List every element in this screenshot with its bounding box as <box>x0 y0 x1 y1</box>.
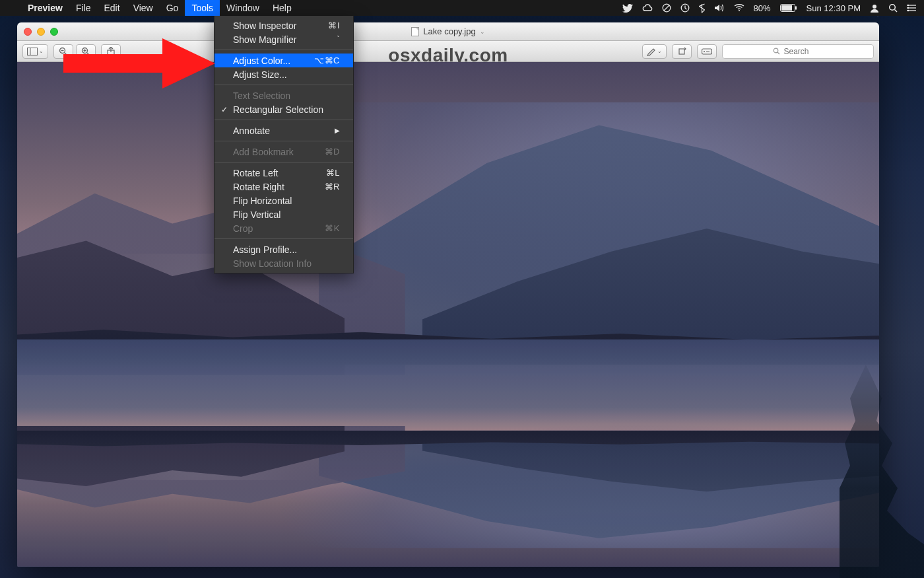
chevron-down-icon[interactable]: ⌄ <box>480 28 485 35</box>
check-icon: ✓ <box>221 105 228 114</box>
toolbar: ⌄ ⌄ <box>17 41 879 62</box>
share-button[interactable] <box>101 44 121 59</box>
menubar-view[interactable]: View <box>127 0 160 16</box>
menu-item-label: Flip Vertical <box>233 209 280 220</box>
menu-item-assign-profile[interactable]: Assign Profile... <box>214 242 353 256</box>
sidebar-toggle-button[interactable]: ⌄ <box>22 44 48 59</box>
menubar-clock[interactable]: Sun 12:30 PM <box>807 3 861 13</box>
bluetooth-icon[interactable] <box>699 3 705 13</box>
menu-item-crop: Crop⌘K <box>214 221 353 235</box>
menubar-tools[interactable]: Tools <box>185 0 220 16</box>
menu-item-flip-vertical[interactable]: Flip Vertical <box>214 207 353 221</box>
menu-item-label: Add Bookmark <box>233 147 294 157</box>
menu-item-label: Adjust Size... <box>233 69 287 80</box>
menu-item-adjust-size[interactable]: Adjust Size... <box>214 67 353 81</box>
wifi-icon[interactable] <box>734 4 744 12</box>
preview-window: Lake copy.jpg ⌄ ⌄ ⌄ osxdaily.com <box>17 22 879 567</box>
menu-separator <box>214 50 353 50</box>
do-not-disturb-icon[interactable] <box>662 3 671 13</box>
search-input[interactable] <box>784 47 824 56</box>
menu-item-rotate-right[interactable]: Rotate Right⌘R <box>214 180 353 194</box>
svg-rect-16 <box>28 48 38 55</box>
svg-rect-5 <box>781 5 792 11</box>
menu-item-label: Crop <box>233 223 253 234</box>
menu-item-label: Show Inspector <box>233 20 297 31</box>
menu-item-rotate-left[interactable]: Rotate Left⌘L <box>214 166 353 180</box>
tools-menu: Show Inspector⌘IShow Magnifier`Adjust Co… <box>214 16 354 273</box>
svg-point-15 <box>908 10 909 11</box>
menu-item-text-selection: Text Selection <box>214 89 353 102</box>
menu-item-label: Text Selection <box>233 90 290 101</box>
search-icon <box>773 48 780 55</box>
window-title: Lake copy.jpg ⌄ <box>17 26 879 36</box>
menu-separator <box>214 162 353 163</box>
svg-point-8 <box>890 5 896 11</box>
menubar-app-name[interactable]: Preview <box>21 0 69 16</box>
titlebar[interactable]: Lake copy.jpg ⌄ <box>17 22 879 41</box>
menu-item-label: Rectangular Selection <box>233 104 323 115</box>
menu-item-shortcut: ` <box>337 34 340 44</box>
menubar-file[interactable]: File <box>69 0 98 16</box>
search-field[interactable] <box>722 44 874 59</box>
menu-separator <box>214 85 353 85</box>
battery-icon[interactable] <box>780 4 797 12</box>
rotate-button[interactable] <box>672 44 692 59</box>
menubar-window[interactable]: Window <box>220 0 266 16</box>
menu-item-label: Adjust Color... <box>233 55 290 66</box>
menu-item-label: Annotate <box>233 126 270 136</box>
menubar-go[interactable]: Go <box>160 0 185 16</box>
menu-item-label: Assign Profile... <box>233 244 297 255</box>
svg-rect-6 <box>795 7 797 10</box>
highlight-button[interactable]: ⌄ <box>642 44 667 59</box>
menu-item-shortcut: ⌘R <box>325 182 340 192</box>
menu-item-add-bookmark: Add Bookmark⌘D <box>214 145 353 159</box>
svg-line-22 <box>87 52 90 55</box>
svg-rect-27 <box>679 49 684 54</box>
menu-separator <box>214 120 353 120</box>
submenu-arrow-icon: ▶ <box>335 127 340 134</box>
menu-item-shortcut: ⌘L <box>326 168 340 178</box>
svg-point-14 <box>908 7 909 9</box>
battery-percent: 80% <box>754 3 771 13</box>
menu-item-label: Show Location Info <box>233 258 312 269</box>
document-icon <box>411 27 419 36</box>
zoom-out-button[interactable] <box>53 44 73 59</box>
time-machine-icon[interactable] <box>680 3 690 13</box>
menubar-edit[interactable]: Edit <box>98 0 127 16</box>
menu-item-shortcut: ⌘I <box>328 20 340 30</box>
user-icon[interactable] <box>870 3 879 13</box>
spotlight-icon[interactable] <box>888 3 898 13</box>
svg-point-31 <box>774 48 778 53</box>
menu-item-flip-horizontal[interactable]: Flip Horizontal <box>214 194 353 207</box>
svg-point-7 <box>873 5 876 9</box>
menubar: Preview File Edit View Go Tools Window H… <box>0 0 924 16</box>
menu-item-shortcut: ⌥⌘C <box>314 55 340 65</box>
svg-point-29 <box>704 51 705 52</box>
menu-separator <box>214 238 353 239</box>
notification-center-icon[interactable] <box>907 4 916 12</box>
svg-line-32 <box>777 52 779 54</box>
menu-item-shortcut: ⌘K <box>325 223 340 233</box>
svg-point-3 <box>739 10 740 11</box>
volume-icon[interactable] <box>714 3 725 13</box>
menu-item-annotate[interactable]: Annotate▶ <box>214 124 353 137</box>
cloud-icon[interactable] <box>642 4 653 12</box>
svg-point-13 <box>908 5 909 6</box>
menu-item-shortcut: ⌘D <box>325 147 340 157</box>
menubar-help[interactable]: Help <box>266 0 298 16</box>
menu-item-adjust-color[interactable]: Adjust Color...⌥⌘C <box>214 54 353 67</box>
menu-item-show-location-info: Show Location Info <box>214 256 353 270</box>
svg-line-19 <box>65 52 67 55</box>
menu-item-show-inspector[interactable]: Show Inspector⌘I <box>214 18 353 32</box>
markup-button[interactable] <box>697 44 717 59</box>
menu-item-label: Rotate Right <box>233 182 284 192</box>
menu-item-label: Flip Horizontal <box>233 196 292 206</box>
window-title-text: Lake copy.jpg <box>423 26 475 36</box>
menu-item-show-magnifier[interactable]: Show Magnifier` <box>214 32 353 46</box>
twitter-icon[interactable] <box>622 4 633 13</box>
zoom-in-button[interactable] <box>76 44 96 59</box>
image-canvas[interactable] <box>17 62 879 567</box>
menu-separator <box>214 141 353 141</box>
menu-item-label: Rotate Left <box>233 168 279 178</box>
menu-item-rectangular-selection[interactable]: ✓Rectangular Selection <box>214 102 353 116</box>
